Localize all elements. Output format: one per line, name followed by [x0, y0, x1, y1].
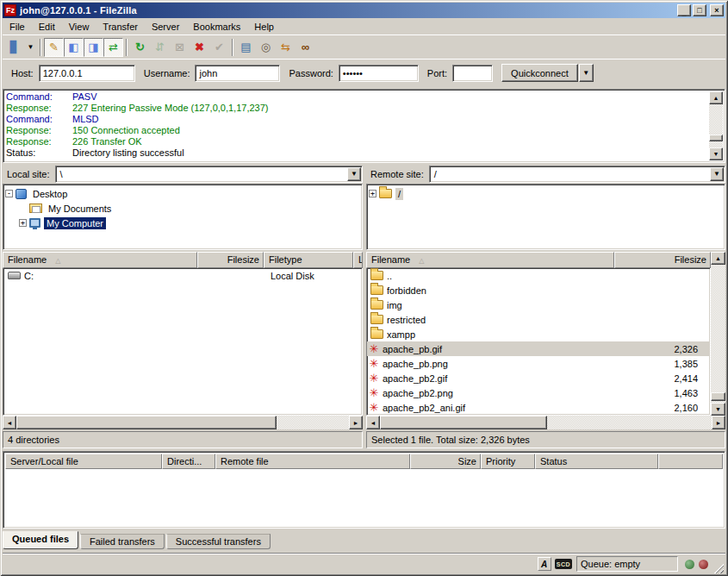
- filezilla-logo-icon[interactable]: Fz: [4, 4, 16, 16]
- scroll-up-icon[interactable]: ▲: [711, 252, 725, 265]
- data-type-indicator-icon[interactable]: A: [538, 557, 551, 571]
- log-scrollbar[interactable]: ▲ ▼: [709, 91, 723, 160]
- remote-list-scrollbar[interactable]: ▲ ▼: [711, 252, 725, 416]
- scrollbar-thumb[interactable]: [709, 135, 723, 141]
- cancel-icon: ⊠: [175, 41, 184, 53]
- toggle-remote-tree-button[interactable]: ◨: [84, 38, 103, 57]
- column-header-direction[interactable]: Directi...: [162, 454, 215, 469]
- chevron-down-icon[interactable]: ▼: [710, 167, 724, 181]
- file-row[interactable]: img: [367, 297, 710, 312]
- log-line: Response:227 Entering Passive Mode (127,…: [6, 103, 725, 114]
- host-input[interactable]: 127.0.0.1: [39, 65, 135, 82]
- quickconnect-button[interactable]: Quickconnect: [501, 64, 578, 82]
- scroll-down-icon[interactable]: ▼: [709, 147, 723, 160]
- column-header-status[interactable]: Status: [535, 454, 658, 469]
- directory-compare-button[interactable]: ◎: [256, 38, 276, 57]
- tree-item-my-computer[interactable]: + My Computer: [5, 216, 360, 230]
- remote-list-hscrollbar[interactable]: ◄ ►: [366, 416, 725, 429]
- file-row[interactable]: xampp: [367, 327, 710, 341]
- tab-failed-transfers[interactable]: Failed transfers: [80, 534, 165, 549]
- file-name: apache_pb.gif: [383, 344, 650, 354]
- column-header-filesize[interactable]: Filesize: [614, 252, 711, 268]
- scrollbar-thumb[interactable]: [16, 416, 277, 429]
- expand-icon[interactable]: +: [369, 190, 376, 197]
- refresh-button[interactable]: ↻: [130, 38, 150, 57]
- scroll-down-icon[interactable]: ▼: [711, 403, 725, 416]
- column-header-filename[interactable]: Filename△: [3, 252, 197, 268]
- file-name: C:: [24, 271, 196, 281]
- toggle-log-button[interactable]: ✎: [44, 38, 64, 57]
- column-header-size[interactable]: Size: [410, 454, 481, 469]
- menu-view[interactable]: View: [62, 20, 96, 34]
- maximize-button[interactable]: □: [693, 4, 706, 16]
- menu-server[interactable]: Server: [145, 20, 186, 34]
- disconnect-button[interactable]: ✖: [190, 38, 209, 57]
- folder-icon: [370, 285, 383, 295]
- remote-site-combobox[interactable]: / ▼: [429, 166, 725, 183]
- column-header-filetype[interactable]: Filetype: [264, 252, 353, 268]
- scrollbar-thumb[interactable]: [380, 416, 547, 429]
- quickconnect-dropdown[interactable]: ▼: [579, 64, 594, 82]
- password-input[interactable]: ••••••: [339, 65, 419, 82]
- column-header-filesize[interactable]: Filesize: [197, 252, 264, 268]
- column-header-remote-file[interactable]: Remote file: [215, 454, 410, 469]
- abort-button[interactable]: ✔: [209, 38, 229, 57]
- scroll-up-icon[interactable]: ▲: [709, 91, 723, 104]
- file-row[interactable]: ✳apache_pb2.gif2,414: [367, 371, 710, 385]
- menu-transfer[interactable]: Transfer: [96, 20, 145, 34]
- toggle-local-tree-button[interactable]: ◧: [64, 38, 84, 57]
- apache-feather-icon: ✳: [367, 343, 381, 354]
- resize-grip[interactable]: [712, 562, 724, 573]
- cancel-button[interactable]: ⊠: [170, 38, 190, 57]
- scroll-right-icon[interactable]: ►: [712, 416, 725, 429]
- find-files-button[interactable]: ∞: [296, 38, 315, 57]
- tree-item-my-documents[interactable]: My Documents: [5, 201, 360, 216]
- remote-site-row: Remote site: / ▼: [366, 165, 725, 183]
- scroll-left-icon[interactable]: ◄: [3, 416, 16, 429]
- column-header-filename[interactable]: Filename△: [366, 252, 614, 268]
- window-title: john@127.0.0.1 - FileZilla: [20, 5, 677, 16]
- tab-successful-transfers[interactable]: Successful transfers: [166, 534, 271, 549]
- minimize-button[interactable]: _: [677, 4, 691, 16]
- apache-feather-icon: ✳: [367, 373, 381, 384]
- menu-bookmarks[interactable]: Bookmarks: [186, 20, 247, 34]
- site-manager-button[interactable]: ▊: [4, 38, 24, 57]
- scroll-right-icon[interactable]: ►: [349, 416, 363, 429]
- speed-limit-badge-icon[interactable]: SCD: [555, 559, 572, 569]
- synchronized-browsing-button[interactable]: ⇆: [276, 38, 296, 57]
- close-button[interactable]: ×: [710, 4, 724, 16]
- file-row[interactable]: restricted: [367, 312, 710, 327]
- abort-icon: ✔: [215, 41, 224, 53]
- tree-item-root[interactable]: + /: [369, 186, 723, 201]
- local-site-combobox[interactable]: \ ▼: [55, 166, 363, 183]
- process-queue-button[interactable]: ⇵: [150, 38, 170, 57]
- tree-item-desktop[interactable]: - Desktop: [5, 186, 360, 201]
- column-header-priority[interactable]: Priority: [481, 454, 535, 469]
- port-input[interactable]: [452, 65, 493, 82]
- menu-file[interactable]: File: [3, 20, 32, 34]
- tab-queued-files[interactable]: Queued files: [3, 531, 78, 549]
- filter-button[interactable]: ▤: [236, 38, 256, 57]
- column-header-last-modified[interactable]: L: [353, 252, 363, 268]
- menu-edit[interactable]: Edit: [32, 20, 62, 34]
- scroll-left-icon[interactable]: ◄: [366, 416, 380, 429]
- expand-icon[interactable]: +: [19, 219, 27, 227]
- toggle-queue-button[interactable]: ⇄: [103, 38, 123, 57]
- file-row[interactable]: ✳apache_pb2.png1,463: [367, 385, 710, 400]
- chevron-down-icon: ▼: [28, 43, 34, 51]
- chevron-down-icon[interactable]: ▼: [347, 167, 361, 181]
- file-row[interactable]: ✳apache_pb.png1,385: [367, 356, 710, 371]
- remote-list-header: Filename△ Filesize: [366, 252, 711, 268]
- file-row[interactable]: ✳apache_pb2_ani.gif2,160: [367, 400, 710, 415]
- scrollbar-thumb[interactable]: [711, 392, 725, 401]
- file-row-c-drive[interactable]: C: Local Disk: [3, 268, 362, 283]
- collapse-icon[interactable]: -: [5, 190, 13, 197]
- username-input[interactable]: john: [195, 65, 280, 82]
- file-row[interactable]: ..: [367, 268, 710, 283]
- file-row[interactable]: forbidden: [367, 283, 710, 297]
- site-manager-dropdown[interactable]: ▼: [24, 38, 37, 57]
- file-row-selected[interactable]: ✳apache_pb.gif2,326: [367, 341, 710, 356]
- menu-help[interactable]: Help: [247, 20, 281, 34]
- local-list-hscrollbar[interactable]: ◄ ►: [3, 416, 363, 429]
- column-header-server-local-file[interactable]: Server/Local file: [5, 454, 162, 469]
